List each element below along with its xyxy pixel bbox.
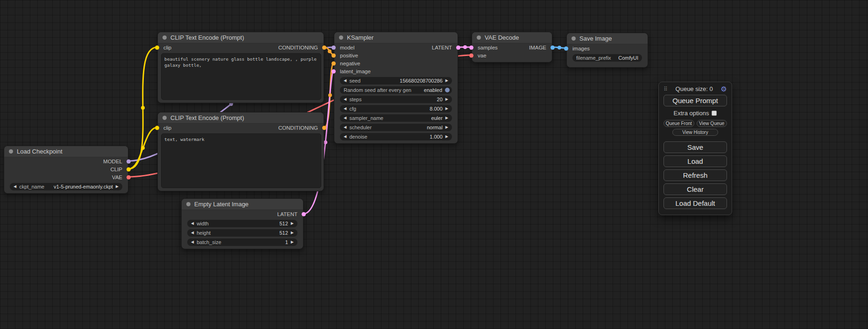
widget-filename-prefix[interactable]: filename_prefix ComfyUI <box>572 54 642 62</box>
widget-seed[interactable]: ◀ seed 156680208700286 ▶ <box>340 77 452 84</box>
decrement-arrow-icon[interactable]: ◀ <box>191 222 194 225</box>
io-row-clip-conditioning: clip CONDITIONING <box>158 43 324 51</box>
input-port-positive[interactable] <box>332 53 336 57</box>
widget-label: ckpt_name <box>19 184 44 189</box>
output-port-latent[interactable] <box>302 212 306 216</box>
clear-button[interactable]: Clear <box>663 183 727 195</box>
node-header[interactable]: CLIP Text Encode (Prompt) <box>158 32 324 43</box>
collapse-dot-icon[interactable] <box>186 202 191 206</box>
output-port-conditioning[interactable] <box>322 45 326 49</box>
node-load-checkpoint[interactable]: Load Checkpoint MODEL CLIP VAE ◀ ckpt_na… <box>4 146 128 194</box>
widget-batch-size[interactable]: ◀ batch_size 1 ▶ <box>187 238 297 246</box>
increment-arrow-icon[interactable]: ▶ <box>445 107 448 111</box>
decrement-arrow-icon[interactable]: ◀ <box>191 240 194 244</box>
save-button[interactable]: Save <box>663 141 727 153</box>
node-clip-text-encode-positive[interactable]: CLIP Text Encode (Prompt) clip CONDITION… <box>157 32 324 103</box>
link-midpoint-dot <box>557 46 561 49</box>
node-header[interactable]: VAE Decode <box>472 32 552 43</box>
prompt-textarea[interactable]: text, watermark <box>161 133 321 188</box>
settings-gear-icon[interactable]: ⚙ <box>721 85 727 92</box>
decrement-arrow-icon[interactable]: ◀ <box>344 135 346 139</box>
increment-arrow-icon[interactable]: ▶ <box>445 116 448 120</box>
io-row-samples-image: samples IMAGE <box>472 43 552 51</box>
widget-ckpt-name[interactable]: ◀ ckpt_name v1-5-pruned-emaonly.ckpt ▶ <box>10 183 122 190</box>
increment-arrow-icon[interactable]: ▶ <box>291 231 294 235</box>
load-button[interactable]: Load <box>663 155 727 167</box>
widget-control-after-generate[interactable]: Random seed after every gen enabled <box>340 86 452 94</box>
increment-arrow-icon[interactable]: ▶ <box>445 79 448 83</box>
input-port-model[interactable] <box>332 45 336 49</box>
node-empty-latent-image[interactable]: Empty Latent Image LATENT ◀ width 512 ▶ … <box>181 198 303 249</box>
queue-size-label: Queue size: 0 <box>670 85 719 92</box>
input-port-clip[interactable] <box>155 45 159 49</box>
increment-arrow-icon[interactable]: ▶ <box>445 126 448 129</box>
increment-arrow-icon[interactable]: ▶ <box>116 185 119 189</box>
decrement-arrow-icon[interactable]: ◀ <box>344 98 346 101</box>
input-row-negative: negative <box>334 59 458 67</box>
toggle-knob-icon[interactable] <box>445 88 450 92</box>
drag-handle-icon[interactable]: ⠿ <box>663 86 668 92</box>
input-port-images[interactable] <box>564 46 568 50</box>
input-port-samples[interactable] <box>469 45 473 49</box>
view-history-button[interactable]: View History <box>672 129 718 136</box>
queue-buttons-row: Queue Front View Queue <box>663 120 727 127</box>
increment-arrow-icon[interactable]: ▶ <box>291 222 294 225</box>
output-label: CLIP <box>110 167 122 172</box>
input-label: negative <box>340 61 360 66</box>
refresh-button[interactable]: Refresh <box>663 169 727 181</box>
widget-height[interactable]: ◀ height 512 ▶ <box>187 229 297 237</box>
collapse-dot-icon[interactable] <box>162 35 167 40</box>
input-port-latent-image[interactable] <box>332 69 336 73</box>
input-port-vae[interactable] <box>469 53 473 57</box>
decrement-arrow-icon[interactable]: ◀ <box>344 79 346 83</box>
input-row-vae: vae <box>472 51 552 59</box>
widget-steps[interactable]: ◀ steps 20 ▶ <box>340 96 452 103</box>
collapse-dot-icon[interactable] <box>339 35 343 40</box>
decrement-arrow-icon[interactable]: ◀ <box>344 126 346 129</box>
node-vae-decode[interactable]: VAE Decode samples IMAGE vae <box>472 32 552 63</box>
link-midpoint-dot <box>324 140 327 144</box>
collapse-dot-icon[interactable] <box>9 149 13 154</box>
node-save-image[interactable]: Save Image images filename_prefix ComfyU… <box>566 33 648 68</box>
output-port-model[interactable] <box>127 159 131 163</box>
extra-options-checkbox[interactable] <box>712 111 717 116</box>
output-port-clip[interactable] <box>127 167 131 171</box>
decrement-arrow-icon[interactable]: ◀ <box>344 116 346 120</box>
view-queue-button[interactable]: View Queue <box>697 120 727 127</box>
widget-denoise[interactable]: ◀ denoise 1.000 ▶ <box>340 133 452 140</box>
node-header[interactable]: KSampler <box>334 32 458 43</box>
node-header[interactable]: Load Checkpoint <box>4 146 128 157</box>
input-port-negative[interactable] <box>332 61 336 65</box>
decrement-arrow-icon[interactable]: ◀ <box>191 231 194 235</box>
node-graph-canvas[interactable]: Load Checkpoint MODEL CLIP VAE ◀ ckpt_na… <box>0 0 868 329</box>
output-port-conditioning[interactable] <box>322 126 326 130</box>
widget-scheduler[interactable]: ◀ scheduler normal ▶ <box>340 124 452 131</box>
node-clip-text-encode-negative[interactable]: CLIP Text Encode (Prompt) clip CONDITION… <box>157 112 324 191</box>
queue-front-button[interactable]: Queue Front <box>663 120 694 127</box>
increment-arrow-icon[interactable]: ▶ <box>445 135 448 139</box>
node-header[interactable]: CLIP Text Encode (Prompt) <box>158 112 324 124</box>
increment-arrow-icon[interactable]: ▶ <box>291 240 294 244</box>
output-port-latent[interactable] <box>456 45 460 49</box>
output-port-vae[interactable] <box>127 175 131 179</box>
node-header[interactable]: Save Image <box>567 33 648 44</box>
collapse-dot-icon[interactable] <box>477 35 481 40</box>
extra-options-label: Extra options <box>674 110 709 117</box>
output-port-image[interactable] <box>550 45 555 49</box>
widget-width[interactable]: ◀ width 512 ▶ <box>187 220 297 227</box>
decrement-arrow-icon[interactable]: ◀ <box>344 107 346 111</box>
widget-sampler-name[interactable]: ◀ sampler_name euler ▶ <box>340 114 452 122</box>
widget-cfg[interactable]: ◀ cfg 8.000 ▶ <box>340 105 452 112</box>
decrement-arrow-icon[interactable]: ◀ <box>14 185 16 189</box>
prompt-textarea[interactable]: beautiful scenery nature glass bottle la… <box>161 53 321 100</box>
widget-label: cfg <box>349 106 356 112</box>
load-default-button[interactable]: Load Default <box>663 197 727 209</box>
input-port-clip[interactable] <box>155 126 159 130</box>
widget-value: 8.000 <box>430 106 443 112</box>
node-ksampler[interactable]: KSampler model LATENT positive negative … <box>334 32 458 144</box>
increment-arrow-icon[interactable]: ▶ <box>445 98 448 101</box>
collapse-dot-icon[interactable] <box>572 36 576 41</box>
node-header[interactable]: Empty Latent Image <box>182 199 303 210</box>
queue-prompt-button[interactable]: Queue Prompt <box>663 95 727 106</box>
collapse-dot-icon[interactable] <box>162 116 167 120</box>
